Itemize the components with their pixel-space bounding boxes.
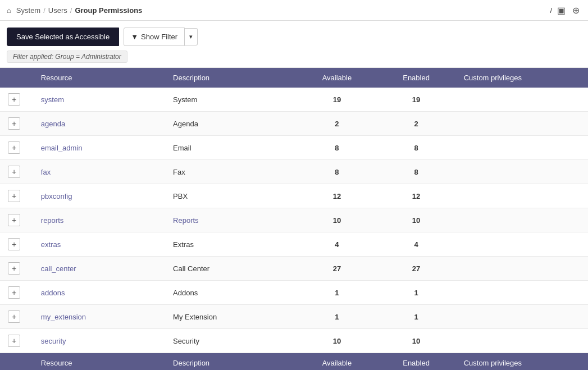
expand-row-button[interactable]: + (8, 93, 20, 106)
resource-link[interactable]: extras (41, 240, 61, 249)
expand-row-button[interactable]: + (8, 166, 20, 178)
resource-link[interactable]: reports (41, 216, 63, 225)
table-row: +systemSystem1919 (0, 88, 588, 112)
breadcrumb-users[interactable]: Users (48, 6, 67, 15)
resource-cell: agenda (33, 112, 165, 136)
description-cell: PBX (165, 184, 297, 208)
filter-applied-label: Filter applied: Group = Administrator (7, 51, 581, 63)
custom-cell (456, 329, 588, 353)
col-header-description: Description (165, 68, 297, 88)
footer-available: Available (297, 353, 376, 371)
filter-icon: ▼ (131, 33, 138, 41)
expand-row-button[interactable]: + (8, 286, 20, 299)
custom-cell (456, 112, 588, 136)
custom-cell (456, 136, 588, 160)
resource-link[interactable]: addons (41, 289, 65, 297)
available-cell: 10 (297, 208, 376, 232)
resource-cell: security (33, 329, 165, 353)
enabled-cell: 8 (377, 136, 456, 160)
table-row: +reportsReports1010 (0, 208, 588, 232)
home-icon: ⌂ (7, 6, 11, 15)
available-cell: 8 (297, 160, 376, 184)
toolbar: Save Selected as Accessible ▼ Show Filte… (0, 21, 588, 68)
show-filter-dropdown-button[interactable]: ▾ (185, 28, 198, 45)
expand-cell: + (0, 257, 33, 281)
footer-custom: Custom privileges (456, 353, 588, 371)
custom-cell (456, 232, 588, 257)
resource-link[interactable]: agenda (41, 120, 65, 128)
breadcrumb-current: Group Permissions (75, 6, 142, 15)
description-cell: Addons (165, 281, 297, 305)
available-cell: 19 (297, 88, 376, 112)
footer-enabled: Enabled (377, 353, 456, 371)
table-row: +addonsAddons11 (0, 281, 588, 305)
expand-cell: + (0, 305, 33, 329)
resource-link[interactable]: call_center (41, 264, 76, 273)
resource-cell: reports (33, 208, 165, 232)
expand-row-button[interactable]: + (8, 335, 20, 347)
save-selected-button[interactable]: Save Selected as Accessible (7, 28, 119, 46)
description-cell: Fax (165, 160, 297, 184)
enabled-cell: 10 (377, 208, 456, 232)
resource-link[interactable]: fax (41, 168, 51, 176)
expand-row-button[interactable]: + (8, 238, 20, 250)
resource-cell: extras (33, 232, 165, 257)
table-row: +my_extensionMy Extension11 (0, 305, 588, 329)
resource-cell: pbxconfig (33, 184, 165, 208)
enabled-cell: 19 (377, 88, 456, 112)
footer-description: Description (165, 353, 297, 371)
resource-link[interactable]: my_extension (41, 313, 86, 321)
table-row: +agendaAgenda22 (0, 112, 588, 136)
enabled-cell: 10 (377, 329, 456, 353)
available-cell: 1 (297, 305, 376, 329)
breadcrumb-system[interactable]: System (16, 6, 40, 15)
available-cell: 10 (297, 329, 376, 353)
footer-expand (0, 353, 33, 371)
table-row: +securitySecurity1010 (0, 329, 588, 353)
description-cell: My Extension (165, 305, 297, 329)
top-right-sep: / (550, 6, 552, 15)
monitor-icon[interactable]: ▣ (555, 4, 567, 16)
resource-link[interactable]: pbxconfig (41, 192, 72, 200)
col-header-custom: Custom privileges (456, 68, 588, 88)
table-row: +call_centerCall Center2727 (0, 257, 588, 281)
globe-icon[interactable]: ⊕ (570, 4, 581, 16)
custom-cell (456, 281, 588, 305)
footer-resource: Resource (33, 353, 165, 371)
enabled-cell: 2 (377, 112, 456, 136)
expand-row-button[interactable]: + (8, 141, 20, 154)
resource-link[interactable]: email_admin (41, 144, 83, 152)
custom-cell (456, 257, 588, 281)
expand-cell: + (0, 208, 33, 232)
expand-row-button[interactable]: + (8, 190, 20, 202)
resource-link[interactable]: security (41, 337, 66, 345)
expand-cell: + (0, 281, 33, 305)
expand-row-button[interactable]: + (8, 117, 20, 130)
description-cell: Reports (165, 208, 297, 232)
custom-cell (456, 208, 588, 232)
description-cell: Agenda (165, 112, 297, 136)
show-filter-label: Show Filter (141, 33, 177, 41)
available-cell: 12 (297, 184, 376, 208)
expand-row-button[interactable]: + (8, 214, 20, 226)
enabled-cell: 27 (377, 257, 456, 281)
description-link[interactable]: Reports (173, 216, 199, 225)
expand-cell: + (0, 112, 33, 136)
description-cell: Security (165, 329, 297, 353)
enabled-cell: 1 (377, 281, 456, 305)
resource-link[interactable]: system (41, 95, 64, 104)
table-header-row: Resource Description Available Enabled C… (0, 68, 588, 88)
enabled-cell: 8 (377, 160, 456, 184)
table-row: +pbxconfigPBX1212 (0, 184, 588, 208)
expand-row-button[interactable]: + (8, 262, 20, 275)
available-cell: 4 (297, 232, 376, 257)
resource-cell: fax (33, 160, 165, 184)
filter-text: Filter applied: Group = Administrator (7, 51, 127, 63)
col-header-resource: Resource (33, 68, 165, 88)
description-cell: Call Center (165, 257, 297, 281)
available-cell: 2 (297, 112, 376, 136)
expand-cell: + (0, 88, 33, 112)
available-cell: 8 (297, 136, 376, 160)
expand-row-button[interactable]: + (8, 310, 20, 323)
show-filter-button[interactable]: ▼ Show Filter (124, 28, 185, 46)
